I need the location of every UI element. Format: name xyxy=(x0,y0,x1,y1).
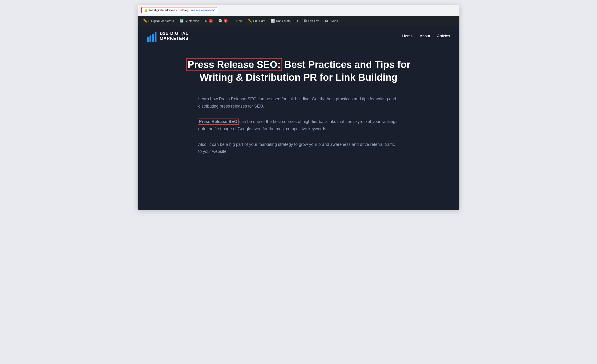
url-text: b2bdigitalmarketers.com/blog/press-relea… xyxy=(149,8,215,12)
rank-math-label: Rank Math SEO xyxy=(276,19,298,23)
content-body: Learn how Press Release SEO can be used … xyxy=(194,95,403,155)
logo-line2: MARKETERS xyxy=(160,36,189,41)
new-icon: + xyxy=(233,19,235,23)
logo-bar-3 xyxy=(152,34,154,42)
page-title-block: Press Release SEO: Best Practices and Ti… xyxy=(152,58,445,84)
avada-label: Avada xyxy=(330,19,338,23)
title-part2: Best Practices and Tips for xyxy=(282,59,410,70)
wp-icon: ✏️ xyxy=(143,19,147,23)
title-line2: Writing & Distribution PR for Link Build… xyxy=(200,72,397,83)
url-input[interactable]: 🔒 b2bdigitalmarketers.com/blog/press-rel… xyxy=(141,7,217,13)
site-logo: B2B DIGITAL MARKETERS xyxy=(147,30,189,42)
edit-live-icon: 🏔 xyxy=(303,19,307,23)
rank-math-icon: 📊 xyxy=(271,19,275,23)
title-highlighted-part: Press Release SEO: xyxy=(187,59,282,71)
inline-highlighted-term: Press Release SEO xyxy=(198,119,238,124)
url-base: b2bdigitalmarketers.com/blog xyxy=(149,8,189,12)
admin-site-name[interactable]: ✏️ B Digital Marketers xyxy=(140,16,177,26)
page-heading: Press Release SEO: Best Practices and Ti… xyxy=(152,58,445,84)
logo-text: B2B DIGITAL MARKETERS xyxy=(160,31,189,41)
new-label: New xyxy=(236,19,242,23)
main-content: Press Release SEO: Best Practices and Ti… xyxy=(138,47,459,210)
edit-live-label: Edit Live xyxy=(308,19,320,23)
logo-bar-1 xyxy=(147,37,149,42)
site-name-label: B Digital Marketers xyxy=(148,19,174,23)
logo-bars-graphic xyxy=(147,30,157,42)
nav-articles[interactable]: Articles xyxy=(437,34,450,39)
browser-window: 🔒 b2bdigitalmarketers.com/blog/press-rel… xyxy=(138,5,459,210)
intro-paragraph: Learn how Press Release SEO can be used … xyxy=(198,95,399,110)
site-nav: Home About Articles xyxy=(402,34,450,39)
admin-customize[interactable]: 🔄 Customize xyxy=(177,16,202,26)
edit-post-icon: ✏️ xyxy=(248,19,252,23)
admin-avada[interactable]: 🏔 Avada xyxy=(322,16,341,26)
address-bar: 🔒 b2bdigitalmarketers.com/blog/press-rel… xyxy=(138,5,459,16)
admin-rank-math[interactable]: 📊 Rank Math SEO xyxy=(268,16,301,26)
admin-new[interactable]: + New xyxy=(230,16,245,26)
site-header: B2B DIGITAL MARKETERS Home About Article… xyxy=(138,26,459,47)
nav-home[interactable]: Home xyxy=(402,34,413,39)
paragraph-1: Press Release SEO can be one of the best… xyxy=(198,118,399,132)
admin-updates[interactable]: ↻ 1 xyxy=(202,16,215,26)
logo-bar-4 xyxy=(155,32,157,42)
avada-icon: 🏔 xyxy=(325,19,328,23)
comments-badge: 0 xyxy=(224,19,228,23)
admin-edit-live[interactable]: 🏔 Edit Live xyxy=(301,16,322,26)
customize-label: Customize xyxy=(185,19,199,23)
lock-icon: 🔒 xyxy=(144,9,148,12)
url-path: /press-release-seo/ xyxy=(189,8,215,12)
updates-badge: 1 xyxy=(209,19,213,23)
comments-icon: 💬 xyxy=(218,19,222,23)
logo-bar-2 xyxy=(149,35,151,42)
edit-post-label: Edit Post xyxy=(253,19,265,23)
nav-about[interactable]: About xyxy=(420,34,430,39)
wp-admin-bar: ✏️ B Digital Marketers 🔄 Customize ↻ 1 💬… xyxy=(138,16,459,26)
updates-icon: ↻ xyxy=(204,19,207,23)
admin-comments[interactable]: 💬 0 xyxy=(215,16,230,26)
paragraph-2: Also, it can be a big part of your marke… xyxy=(198,141,399,155)
admin-edit-post[interactable]: ✏️ Edit Post xyxy=(245,16,268,26)
logo-line1: B2B DIGITAL xyxy=(160,31,189,36)
customize-icon: 🔄 xyxy=(180,19,183,23)
